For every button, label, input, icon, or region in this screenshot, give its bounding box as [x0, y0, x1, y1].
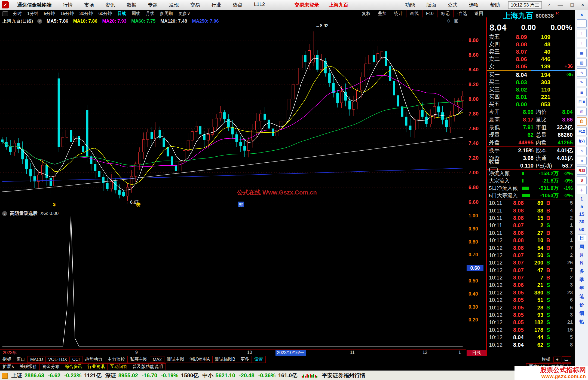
tool-叠加[interactable]: 叠加 [374, 10, 390, 17]
tab-扩展∧[interactable]: 扩展∧ [0, 363, 17, 370]
chevron-down-icon[interactable]: ∨ [2, 211, 7, 216]
chevron-down-icon[interactable]: ∨ [37, 19, 42, 24]
menu-item-功能[interactable]: 功能 [399, 2, 421, 8]
sidebar-icon-✎[interactable]: ✎ [577, 78, 587, 86]
device-icon[interactable] [2, 11, 8, 16]
period-周线[interactable]: 周线 [129, 11, 143, 17]
scroll-up-icon[interactable]: ∧ [580, 12, 584, 18]
tab-更多[interactable]: 更多 [238, 356, 252, 363]
sidebar-period-15[interactable]: 15 [579, 212, 584, 217]
tab-MACD[interactable]: MACD [27, 357, 46, 363]
tick-row[interactable]: 10:128.0528S6 [487, 304, 575, 311]
tick-row[interactable]: 10:128.0593S3 [487, 311, 575, 319]
tab-测试主图[interactable]: 测试主图 [164, 356, 187, 363]
sidebar-period-5[interactable]: 5 [580, 204, 583, 209]
sidebar-icon-RSI[interactable]: RSI [577, 166, 587, 175]
menu-item-L1L2[interactable]: L1L2 [248, 2, 271, 8]
period-更多∨[interactable]: 更多∨ [176, 11, 193, 17]
tab-私募主图[interactable]: 私募主图 [127, 356, 150, 363]
tab-设置[interactable]: 设置 [252, 356, 266, 363]
tab-普及版功能说明[interactable]: 普及版功能说明 [130, 363, 166, 370]
tick-list[interactable]: 10:118.0889B510:118.0833B410:118.0815B21… [487, 199, 575, 349]
tab-关联报价[interactable]: 关联报价 [17, 363, 40, 370]
tool-标记[interactable]: 标记 [437, 10, 453, 17]
period-月线[interactable]: 月线 [143, 11, 157, 17]
tab-主力监控[interactable]: 主力监控 [105, 356, 128, 363]
tick-row[interactable]: 10:128.05380S23 [487, 289, 575, 296]
sidebar-tool-笔[interactable]: 笔 [580, 293, 584, 300]
tab-测试幅图B[interactable]: 测试幅图B [212, 356, 238, 363]
menu-item-发现[interactable]: 发现 [163, 2, 185, 8]
tab-综合资讯[interactable]: 综合资讯 [62, 363, 85, 370]
sidebar-icon-▦[interactable]: ▦ [577, 49, 587, 57]
tick-row[interactable]: 10:128.0747B7 [487, 267, 575, 274]
tool-统计[interactable]: 统计 [390, 10, 406, 17]
market-status-icon[interactable] [2, 373, 8, 379]
sidebar-period-月[interactable]: 月 [580, 252, 584, 258]
sidebar-period-季[interactable]: 季 [580, 276, 584, 283]
menu-item-选项[interactable]: 选项 [463, 2, 484, 8]
tab-+[interactable]: + [553, 357, 561, 363]
sidebar-icon-↓[interactable]: ↓ [577, 39, 587, 47]
tick-row[interactable]: 10:118.0827B3 [487, 229, 575, 237]
menu-item-交易[interactable]: 交易 [185, 2, 206, 8]
x-axis-label[interactable]: 12 [422, 350, 427, 355]
tab-▭[interactable]: ▭ [562, 356, 571, 363]
menu-item-资讯[interactable]: 资讯 [100, 2, 121, 8]
tick-row[interactable]: 10:118.072S1 [487, 222, 575, 229]
sidebar-period-30[interactable]: 30 [579, 219, 584, 225]
sidebar-period-N[interactable]: N [580, 260, 583, 266]
restore-button[interactable]: □ [566, 2, 577, 8]
tab-窗口[interactable]: 窗口 [14, 356, 28, 363]
sidebar-icon-f(x)[interactable]: f(x) [577, 137, 587, 145]
sidebar-icon-○[interactable]: ○ [577, 147, 587, 155]
tool-返回[interactable]: 返回 [471, 10, 487, 17]
sidebar-icon-↑[interactable]: ↑ [577, 29, 587, 37]
candlestick-chart[interactable]: ←8.92←6.67$榜财公式在线 Www.Gszx.Com.cn [0, 17, 466, 209]
tab-资金分布[interactable]: 资金分布 [39, 363, 62, 370]
period-多周期[interactable]: 多周期 [157, 11, 176, 17]
tab-测试幅图A[interactable]: 测试幅图A [187, 356, 213, 363]
sidebar-period-年[interactable]: 年 [580, 285, 584, 291]
sidebar-period-周[interactable]: 周 [580, 244, 584, 250]
indicator-chart[interactable] [0, 209, 466, 350]
diamond-icon[interactable]: ◇ [447, 18, 450, 23]
sidebar-icon-⊞[interactable]: ⊞ [577, 108, 587, 116]
tab-行业资讯[interactable]: 行业资讯 [85, 363, 108, 370]
menu-item-市场[interactable]: 市场 [78, 2, 100, 8]
tick-row[interactable]: 10:118.0833B4 [487, 207, 575, 214]
sidebar-icon-≣[interactable]: ≣ [577, 88, 587, 96]
x-axis-label[interactable]: 2023年 [3, 350, 17, 356]
x-axis-label[interactable]: 9 [135, 350, 138, 355]
tick-row[interactable]: 10:128.0462S8 [487, 341, 575, 348]
tab-指标[interactable]: 指标 [0, 356, 14, 363]
sidebar-icon-自[interactable]: 自 [577, 117, 587, 126]
sidebar-period-60[interactable]: 60 [579, 227, 584, 232]
sidebar-tool-价[interactable]: 价 [580, 302, 584, 308]
sidebar-tool-细[interactable]: 细 [580, 310, 584, 317]
back-button[interactable]: ‹ [544, 2, 554, 8]
tool-画线[interactable]: 画线 [406, 10, 422, 17]
period-15分钟[interactable]: 15分钟 [58, 11, 77, 17]
sidebar-icon-F10[interactable]: F10 [577, 98, 587, 106]
sidebar-icon-▥[interactable]: ▥ [577, 59, 587, 67]
sidebar-icon-←[interactable]: ← [577, 19, 587, 28]
sidebar-icon-✛[interactable]: ✛ [577, 186, 587, 194]
close-button[interactable]: × [577, 2, 588, 8]
menu-item-版面[interactable]: 版面 [421, 2, 442, 8]
tick-row[interactable]: 10:128.05182S21 [487, 319, 575, 326]
period-30分钟[interactable]: 30分钟 [77, 11, 96, 17]
panel-icon[interactable]: ▣ [454, 18, 458, 23]
sidebar-icon-S[interactable]: S [577, 176, 587, 184]
x-axis-label[interactable]: 1 [458, 350, 461, 355]
sidebar-period-日[interactable]: 日 [578, 235, 586, 241]
tick-row[interactable]: 10:128.05178S15 [487, 326, 575, 334]
x-axis-label[interactable]: 2023/10/16/一 [275, 350, 306, 356]
menu-item-行业[interactable]: 行业 [206, 2, 227, 8]
x-axis-label[interactable]: 10 [247, 350, 252, 355]
menu-item-数据[interactable]: 数据 [121, 2, 142, 8]
tool-复权[interactable]: 复权 [358, 10, 374, 17]
period-日线[interactable]: 日线 [115, 11, 129, 17]
indicator-name[interactable]: 高阴量吸选股 [10, 210, 38, 217]
menu-item-行情[interactable]: 行情 [57, 2, 78, 8]
